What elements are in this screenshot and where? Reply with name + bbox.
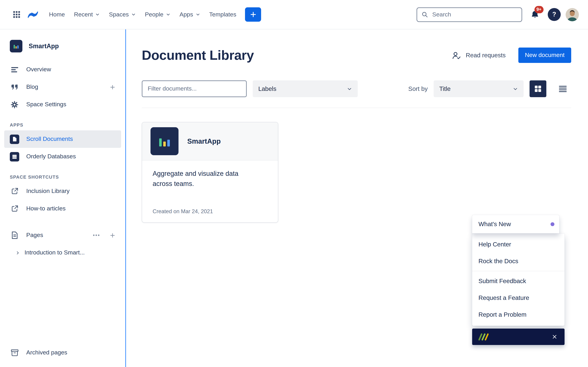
sidebar-item-pages[interactable]: Pages [4,226,121,244]
quote-icon [10,84,19,90]
promo-banner [472,329,564,345]
close-icon [552,334,557,339]
space-logo-icon [10,40,22,52]
add-page-button[interactable] [108,231,117,240]
apps-section-header: APPS [10,122,121,128]
sidebar-page-introduction[interactable]: Introduction to Smart... [4,244,121,261]
top-navigation: Home Recent Spaces People Apps Templates [0,0,588,29]
plus-icon [110,232,115,238]
chevron-right-icon [15,250,20,255]
title-row: Document Library Read requests New docum… [142,45,571,65]
grid-icon [13,10,21,18]
nav-item-recent[interactable]: Recent [69,8,104,22]
document-card-created: Created on Mar 24, 2021 [153,208,268,215]
align-lines-icon [10,66,19,73]
create-button[interactable] [245,7,261,22]
external-link-icon [10,187,19,195]
plus-icon [110,84,115,90]
user-avatar[interactable] [566,8,579,21]
confluence-logo-icon[interactable] [28,10,38,19]
grid-view-button[interactable] [529,80,546,97]
sidebar-item-how-to-articles[interactable]: How-to articles [4,200,121,217]
sidebar-item-space-settings[interactable]: Space Settings [4,96,121,113]
search-icon [421,11,428,18]
help-button[interactable]: ? [548,8,561,21]
sidebar-item-inclusion-library[interactable]: Inclusion Library [4,183,121,200]
confluence-page: Home Recent Spaces People Apps Templates [0,0,588,367]
nav-item-home[interactable]: Home [44,8,69,22]
whats-new-menu-item[interactable]: What's New [472,215,559,234]
filter-toolbar: Labels Sort by Title [142,80,571,97]
external-link-icon [10,205,19,213]
sidebar-bottom: Archived pages [4,344,121,361]
new-document-button[interactable]: New document [518,48,571,63]
notifications-button[interactable]: 9+ [527,7,543,22]
orderly-databases-icon [10,152,19,161]
menu-item-request-a-feature[interactable]: Request a Feature [472,289,564,306]
read-requests-button[interactable]: Read requests [450,50,508,60]
more-icon [93,234,100,236]
menu-divider [472,271,564,271]
list-view-button[interactable] [554,80,571,97]
shortcuts-section-header: SPACE SHORTCUTS [10,175,121,180]
space-header[interactable]: SmartApp [4,40,121,52]
global-search[interactable] [416,7,522,22]
grid-view-icon [535,85,541,92]
chevron-down-icon [131,12,136,17]
scroll-documents-icon [10,134,19,144]
banner-close-button[interactable] [550,332,559,342]
document-card-header: SmartApp [142,122,278,160]
notifications-badge: 9+ [534,6,544,13]
help-menu: Help Center Rock the Docs Submit Feedbac… [472,234,564,326]
avatar-photo [566,8,579,21]
chevron-down-icon [196,12,200,17]
sidebar-item-orderly-databases[interactable]: Orderly Databases [4,148,121,165]
sort-by-label: Sort by [408,85,428,92]
menu-item-report-a-problem[interactable]: Report a Problem [472,306,564,323]
app-switcher-button[interactable] [10,8,24,21]
menu-item-rock-the-docs[interactable]: Rock the Docs [472,253,564,269]
sidebar-item-overview[interactable]: Overview [4,61,121,78]
archive-box-icon [10,349,19,356]
space-sidebar: SmartApp Overview Blog [0,29,126,367]
scroll-apps-logo-icon [477,333,489,341]
menu-item-submit-feedback[interactable]: Submit Feedback [472,273,564,289]
document-card-smartapp[interactable]: SmartApp Aggregate and visualize data ac… [142,122,278,223]
page-icon [10,231,19,239]
sidebar-item-blog[interactable]: Blog [4,78,121,96]
labels-dropdown[interactable]: Labels [253,80,358,97]
chevron-down-icon [347,86,352,92]
pages-more-button[interactable] [91,233,101,238]
notification-dot-icon [551,222,554,226]
document-card-description: Aggregate and visualize data across team… [153,169,254,189]
smartapp-logo-icon [150,127,179,155]
document-card-title: SmartApp [187,137,221,145]
question-mark-icon: ? [552,11,556,18]
gear-icon [10,100,19,108]
document-card-body: Aggregate and visualize data across team… [142,160,278,222]
content-divider [142,108,571,108]
list-view-icon [559,85,567,92]
chevron-down-icon [166,12,171,17]
sidebar-item-scroll-documents[interactable]: Scroll Documents [4,130,121,148]
person-check-icon [452,51,461,60]
navbar-right-group: 9+ ? [527,7,579,22]
search-input[interactable] [432,11,517,18]
chevron-down-icon [513,86,518,92]
space-name: SmartApp [29,42,59,50]
nav-item-templates[interactable]: Templates [205,8,241,22]
page-title: Document Library [142,48,254,63]
nav-item-apps[interactable]: Apps [175,8,205,22]
menu-item-help-center[interactable]: Help Center [472,236,564,253]
title-actions: Read requests New document [450,48,571,63]
plus-icon [250,11,256,18]
add-blog-button[interactable] [108,83,117,92]
sidebar-item-archived-pages[interactable]: Archived pages [4,344,121,361]
nav-item-people[interactable]: People [140,8,175,22]
nav-item-spaces[interactable]: Spaces [104,8,140,22]
filter-documents-input[interactable] [142,80,247,97]
chevron-down-icon [95,12,100,17]
sort-dropdown[interactable]: Title [434,80,524,97]
